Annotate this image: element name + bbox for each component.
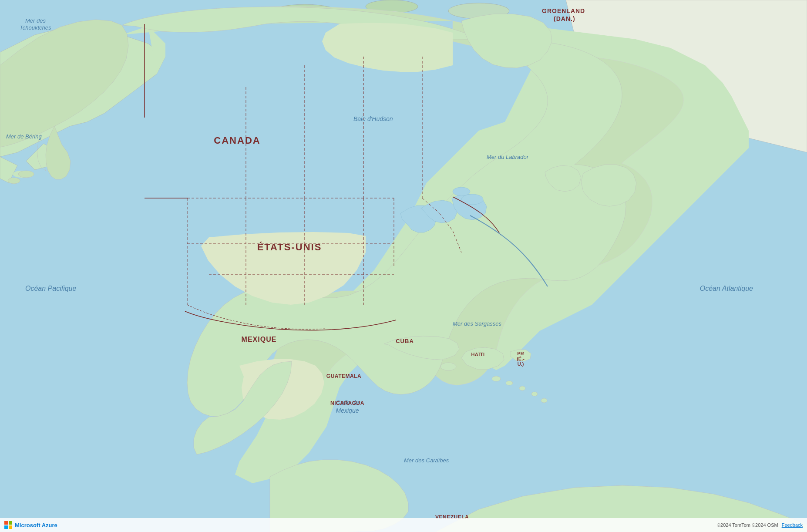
mexico-label: MEXIQUE	[242, 336, 277, 343]
map-container: CANADA ÉTATS-UNIS MEXIQUE Mer des Tchouk…	[0, 0, 807, 532]
guatemala-label: GUATEMALA	[326, 373, 361, 379]
nicaragua-label: NICARAGUA	[330, 400, 364, 406]
footer: Microsoft Azure ©2024 TomTom ©2024 OSM F…	[0, 518, 807, 532]
microsoft-azure-logo: Microsoft Azure	[4, 521, 57, 529]
canada-label: CANADA	[214, 135, 260, 146]
mer-tchouktches-label: Mer des	[25, 17, 46, 24]
mer-sargasses-label: Mer des Sargasses	[453, 320, 501, 327]
svg-point-13	[531, 392, 538, 396]
mer-labrador-label: Mer du Labrador	[487, 154, 529, 160]
haiti-label: HAÏTI	[471, 352, 484, 357]
pr-label2: (É.-	[517, 356, 525, 361]
pr-label: PR	[517, 351, 524, 356]
pr-label3: U.)	[518, 361, 524, 367]
groenland-label: GROENLAND	[542, 7, 585, 14]
svg-point-11	[506, 381, 513, 385]
mer-caraibes-label: Mer des Caraïbes	[404, 457, 449, 464]
ocean-atlantique-label: Océan Atlantique	[700, 285, 753, 292]
svg-point-10	[492, 376, 501, 381]
svg-point-8	[453, 187, 470, 196]
us-label: ÉTATS-UNIS	[257, 242, 322, 253]
feedback-link[interactable]: Feedback	[782, 522, 803, 528]
svg-point-9	[440, 363, 456, 370]
svg-point-12	[519, 386, 525, 391]
ocean-pacifique-label: Océan Pacifique	[25, 285, 77, 292]
groenland-dan-label: (DAN.)	[554, 15, 575, 22]
microsoft-logo-icon	[4, 521, 12, 529]
svg-point-5	[18, 171, 34, 178]
mer-bering-label: Mer de Béring	[6, 133, 42, 140]
golfe-mexique-label2: Mexique	[336, 407, 359, 414]
baie-hudson-label: Baie d'Hudson	[353, 115, 393, 122]
map-svg: CANADA ÉTATS-UNIS MEXIQUE Mer des Tchouk…	[0, 0, 807, 532]
cuba-label: CUBA	[396, 338, 414, 344]
svg-point-6	[8, 178, 20, 184]
mer-tchouktches-label2: Tchouktches	[20, 24, 51, 31]
svg-point-14	[541, 398, 547, 403]
azure-text: Microsoft Azure	[15, 522, 57, 529]
copyright-text: ©2024 TomTom ©2024 OSM	[717, 522, 778, 528]
